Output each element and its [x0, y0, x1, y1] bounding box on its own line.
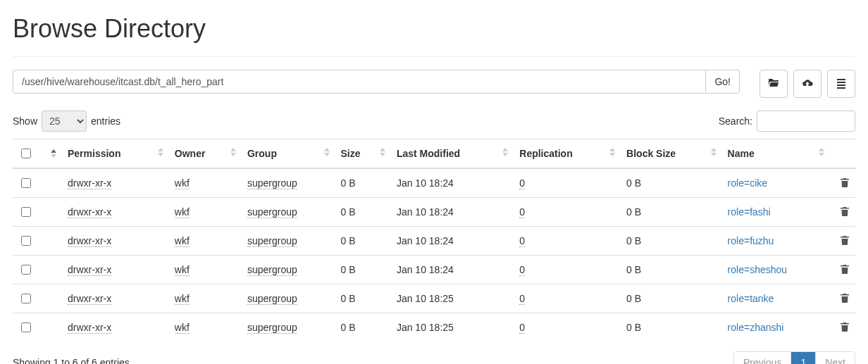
list-icon — [836, 77, 847, 91]
upload-cloud-icon — [802, 77, 813, 91]
group-cell: supergroup — [247, 177, 297, 189]
delete-button[interactable] — [840, 236, 850, 247]
trash-icon — [840, 178, 850, 189]
sort-icon — [230, 148, 236, 156]
name-link[interactable]: role=fashi — [728, 206, 771, 218]
permission-cell: drwxr-xr-x — [68, 206, 111, 218]
replication-cell: 0 — [519, 235, 525, 247]
col-permission[interactable]: Permission — [62, 139, 169, 169]
upload-button[interactable] — [793, 70, 822, 98]
blocksize-cell: 0 B — [626, 235, 641, 246]
modified-cell: Jan 10 18:24 — [397, 206, 454, 218]
modified-cell: Jan 10 18:24 — [397, 264, 454, 275]
blocksize-cell: 0 B — [626, 177, 641, 189]
sort-icon — [819, 148, 824, 156]
blocksize-cell: 0 B — [626, 293, 641, 304]
entries-select[interactable]: 25 — [42, 111, 87, 132]
permission-cell: drwxr-xr-x — [68, 177, 111, 189]
sort-icon — [380, 148, 385, 156]
size-cell: 0 B — [341, 206, 356, 218]
path-input-group: Go! — [13, 70, 740, 98]
modified-cell: Jan 10 18:25 — [397, 322, 454, 333]
sort-icon — [609, 148, 615, 156]
size-cell: 0 B — [341, 264, 356, 275]
table-row: drwxr-xr-xwkfsupergroup0 BJan 10 18:2500… — [13, 284, 855, 313]
row-checkbox[interactable] — [21, 178, 31, 188]
name-link[interactable]: role=sheshou — [728, 264, 787, 275]
new-folder-button[interactable] — [760, 70, 788, 98]
cut-button[interactable] — [827, 70, 855, 98]
row-checkbox[interactable] — [21, 294, 31, 303]
modified-cell: Jan 10 18:25 — [397, 293, 454, 304]
page-1-button[interactable]: 1 — [790, 352, 815, 364]
group-cell: supergroup — [247, 264, 297, 276]
name-link[interactable]: role=tanke — [728, 293, 774, 304]
trash-icon — [840, 236, 850, 247]
go-button[interactable]: Go! — [706, 70, 740, 94]
permission-cell: drwxr-xr-x — [68, 264, 111, 276]
col-owner[interactable]: Owner — [169, 139, 242, 169]
col-last-modified[interactable]: Last Modified — [391, 139, 514, 169]
table-row: drwxr-xr-xwkfsupergroup0 BJan 10 18:2400… — [13, 198, 855, 227]
delete-button[interactable] — [840, 265, 850, 276]
sort-icon — [711, 148, 717, 156]
group-cell: supergroup — [247, 235, 297, 247]
trash-icon — [840, 207, 850, 218]
size-cell: 0 B — [341, 293, 356, 304]
modified-cell: Jan 10 18:24 — [397, 177, 454, 189]
table-row: drwxr-xr-xwkfsupergroup0 BJan 10 18:2400… — [13, 256, 855, 284]
row-checkbox[interactable] — [21, 236, 31, 246]
name-link[interactable]: role=cike — [728, 177, 767, 189]
modified-cell: Jan 10 18:24 — [397, 235, 454, 246]
col-name[interactable]: Name — [722, 139, 830, 169]
delete-button[interactable] — [840, 294, 850, 305]
folder-open-icon — [768, 77, 779, 91]
previous-button[interactable]: Previous — [734, 352, 790, 364]
replication-cell: 0 — [519, 177, 525, 189]
delete-button[interactable] — [840, 322, 850, 334]
blocksize-cell: 0 B — [626, 206, 641, 218]
trash-icon — [840, 294, 850, 305]
search-label: Search: — [719, 115, 752, 127]
name-link[interactable]: role=fuzhu — [728, 235, 774, 246]
search-input[interactable] — [757, 111, 855, 132]
pagination: Previous 1 Next — [733, 351, 855, 364]
row-checkbox[interactable] — [21, 207, 31, 217]
owner-cell: wkf — [175, 206, 190, 218]
replication-cell: 0 — [519, 293, 525, 305]
trash-icon — [840, 265, 850, 276]
size-cell: 0 B — [341, 177, 356, 189]
col-replication[interactable]: Replication — [514, 139, 621, 169]
owner-cell: wkf — [175, 293, 190, 305]
table-info: Showing 1 to 6 of 6 entries — [13, 357, 130, 364]
owner-cell: wkf — [175, 264, 190, 276]
sort-icon — [502, 148, 508, 156]
select-all-checkbox[interactable] — [21, 149, 31, 158]
table-row: drwxr-xr-xwkfsupergroup0 BJan 10 18:2400… — [13, 168, 855, 198]
path-input[interactable] — [13, 70, 706, 94]
divider — [13, 56, 855, 57]
row-checkbox[interactable] — [21, 322, 31, 332]
group-cell: supergroup — [247, 293, 297, 305]
name-link[interactable]: role=zhanshi — [728, 322, 784, 333]
delete-button[interactable] — [840, 178, 850, 189]
owner-cell: wkf — [175, 322, 190, 334]
replication-cell: 0 — [519, 264, 525, 276]
next-button[interactable]: Next — [815, 352, 855, 364]
col-group[interactable]: Group — [242, 139, 335, 169]
delete-button[interactable] — [840, 207, 850, 218]
permission-cell: drwxr-xr-x — [68, 322, 111, 334]
page-title: Browse Directory — [13, 14, 855, 44]
col-size[interactable]: Size — [335, 139, 391, 169]
sort-icon[interactable] — [51, 149, 56, 158]
table-row: drwxr-xr-xwkfsupergroup0 BJan 10 18:2400… — [13, 227, 855, 256]
permission-cell: drwxr-xr-x — [68, 235, 111, 247]
owner-cell: wkf — [175, 235, 190, 247]
show-label-pre: Show — [13, 115, 37, 127]
replication-cell: 0 — [519, 322, 525, 334]
permission-cell: drwxr-xr-x — [68, 293, 111, 305]
row-checkbox[interactable] — [21, 265, 31, 275]
group-cell: supergroup — [247, 322, 297, 334]
size-cell: 0 B — [341, 235, 356, 246]
col-block-size[interactable]: Block Size — [621, 139, 722, 169]
